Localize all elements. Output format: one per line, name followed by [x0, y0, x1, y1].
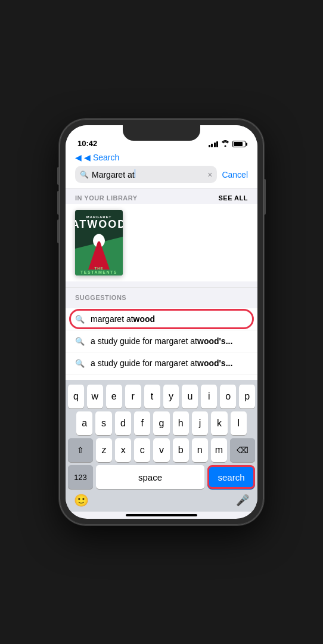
suggestion-search-icon-1: 🔍: [75, 315, 85, 324]
shift-key[interactable]: ⇧: [68, 438, 93, 462]
key-q[interactable]: q: [68, 385, 84, 408]
see-all-button[interactable]: SEE ALL: [218, 194, 248, 202]
suggestion-item-4[interactable]: 🔍 a study guide for margaret atwood's "t…: [66, 374, 257, 380]
key-l[interactable]: l: [231, 411, 247, 435]
key-y[interactable]: y: [163, 385, 179, 408]
key-v[interactable]: v: [153, 438, 169, 462]
emoji-icon[interactable]: 🙂: [74, 493, 89, 507]
key-f[interactable]: f: [134, 411, 150, 435]
key-t[interactable]: t: [144, 385, 160, 408]
keyboard-row-2: a s d f g h j k l: [68, 411, 255, 435]
status-time: 10:42: [77, 139, 97, 149]
suggestions-list: 🔍 margaret atwood 🔍 a study guide for ma…: [66, 308, 257, 380]
backspace-key[interactable]: ⌫: [230, 438, 255, 462]
key-k[interactable]: k: [211, 411, 227, 435]
back-nav[interactable]: ◀ ◀ Search: [75, 153, 248, 162]
search-key[interactable]: search: [207, 465, 255, 489]
suggestion-search-icon-3: 🔍: [75, 359, 85, 368]
key-g[interactable]: g: [153, 411, 169, 435]
search-text: Margaret at: [92, 169, 204, 179]
notch: [123, 125, 200, 141]
keyboard-row-1: q w e r t y u i o p: [68, 385, 255, 408]
signal-icon: [209, 141, 219, 147]
suggestion-item-1[interactable]: 🔍 margaret atwood: [66, 308, 257, 330]
library-section-header: IN YOUR LIBRARY SEE ALL: [66, 188, 257, 204]
key-m[interactable]: m: [211, 438, 227, 462]
phone-shell: 10:42: [60, 119, 263, 525]
key-i[interactable]: i: [201, 385, 217, 408]
suggestion-text-2: a study guide for margaret atwood's...: [91, 336, 232, 346]
suggestion-item-2[interactable]: 🔍 a study guide for margaret atwood's...: [66, 330, 257, 352]
keyboard: q w e r t y u i o p a s d f g h j k: [66, 380, 257, 512]
status-icons: [209, 140, 246, 149]
suggestion-text-1: margaret atwood: [91, 314, 155, 324]
svg-point-7: [96, 234, 102, 239]
key-x[interactable]: x: [115, 438, 131, 462]
key-j[interactable]: j: [192, 411, 208, 435]
keyboard-bottom-row: 123 space search: [68, 465, 255, 489]
search-bar-container: 🔍 Margaret at × Cancel: [75, 166, 248, 183]
key-u[interactable]: u: [182, 385, 198, 408]
key-n[interactable]: n: [192, 438, 208, 462]
search-clear-button[interactable]: ×: [207, 170, 212, 179]
key-p[interactable]: p: [239, 385, 255, 408]
key-d[interactable]: d: [115, 411, 131, 435]
keyboard-row-3: ⇧ z x c v b n m ⌫: [68, 438, 255, 462]
back-label: ◀ Search: [76, 153, 119, 162]
home-indicator[interactable]: [126, 514, 197, 516]
book-cover[interactable]: MARGARET ATWOOD THE T: [75, 210, 123, 275]
phone-screen: 10:42: [66, 125, 257, 519]
key-c[interactable]: c: [134, 438, 150, 462]
content-area: IN YOUR LIBRARY SEE ALL MARGARET ATWOOD: [66, 188, 257, 380]
library-section-title: IN YOUR LIBRARY: [75, 194, 138, 202]
search-input-wrapper[interactable]: 🔍 Margaret at ×: [75, 166, 217, 183]
cursor: [135, 169, 136, 178]
key-b[interactable]: b: [173, 438, 189, 462]
library-results: MARGARET ATWOOD THE T: [66, 204, 257, 281]
suggestion-item-3[interactable]: 🔍 a study guide for margaret atwood's...: [66, 352, 257, 374]
suggestion-search-icon-2: 🔍: [75, 337, 85, 346]
keyboard-bottom-indicators: 🙂 🎤: [68, 491, 255, 509]
key-s[interactable]: s: [95, 411, 111, 435]
book-cover-art: MARGARET ATWOOD THE T: [75, 210, 123, 275]
key-z[interactable]: z: [96, 438, 112, 462]
key-w[interactable]: w: [87, 385, 103, 408]
svg-text:ATWOOD: ATWOOD: [75, 218, 123, 230]
suggestions-section-header: SUGGESTIONS: [66, 288, 257, 304]
key-e[interactable]: e: [106, 385, 122, 408]
suggestion-text-3: a study guide for margaret atwood's...: [91, 358, 232, 368]
mic-icon[interactable]: 🎤: [236, 494, 249, 507]
key-r[interactable]: r: [125, 385, 141, 408]
suggestions-title: SUGGESTIONS: [75, 294, 126, 301]
search-query-text: Margaret at: [92, 170, 135, 179]
search-magnifier-icon: 🔍: [80, 171, 89, 179]
nav-bar: ◀ ◀ Search 🔍 Margaret at × Cancel: [66, 151, 257, 188]
wifi-icon: [221, 140, 229, 148]
battery-icon: [232, 141, 246, 147]
svg-text:TESTAMENTS: TESTAMENTS: [80, 270, 117, 274]
cancel-button[interactable]: Cancel: [222, 170, 248, 179]
key-a[interactable]: a: [76, 411, 92, 435]
key-h[interactable]: h: [173, 411, 189, 435]
space-key[interactable]: space: [96, 465, 204, 489]
num-key[interactable]: 123: [68, 465, 93, 489]
key-o[interactable]: o: [220, 385, 236, 408]
